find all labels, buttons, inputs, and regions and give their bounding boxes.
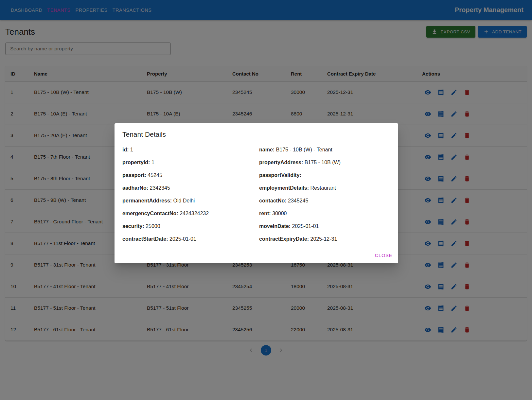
modal-field-aadharNo: aadharNo: 2342345: [122, 185, 259, 191]
modal-field-rent: rent: 30000: [259, 211, 390, 216]
modal-field-permanentAddress: permanentAddress: Old Delhi: [122, 198, 259, 203]
modal-fields: id: 1name: B175 - 10B (W) - Tenantproper…: [115, 138, 398, 242]
modal-field-propertyAddress: propertyAddress: B175 - 10B (W): [259, 160, 390, 165]
close-button[interactable]: CLOSE: [372, 250, 396, 261]
modal-field-moveInDate: moveInDate: 2025-01-01: [259, 223, 390, 229]
modal-field-contractExpiryDate: contractExpiryDate: 2025-12-31: [259, 236, 390, 242]
modal-field-name: name: B175 - 10B (W) - Tenant: [259, 147, 390, 152]
modal-field-id: id: 1: [122, 147, 259, 152]
modal-field-contactNo: contactNo: 2345245: [259, 198, 390, 203]
tenant-details-modal: Tenant Details id: 1name: B175 - 10B (W)…: [115, 123, 398, 263]
modal-title: Tenant Details: [115, 123, 398, 138]
modal-field-emergencyContactNo: emergencyContactNo: 2424324232: [122, 211, 259, 216]
modal-field-passportValidity: passportValidity:: [259, 172, 390, 178]
modal-field-security: security: 25000: [122, 223, 259, 229]
modal-field-propertyId: propertyId: 1: [122, 160, 259, 165]
modal-field-employmentDetails: employmentDetails: Restaurant: [259, 185, 390, 191]
modal-field-passport: passport: 45245: [122, 172, 259, 178]
modal-field-contractStartDate: contractStartDate: 2025-01-01: [122, 236, 259, 242]
